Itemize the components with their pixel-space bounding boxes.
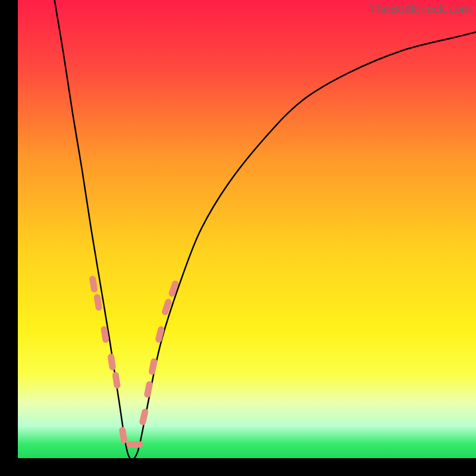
gradient-background <box>18 0 476 458</box>
bottleneck-chart <box>18 0 476 458</box>
watermark-text: TheBottleneck.com <box>369 2 471 16</box>
chart-frame <box>18 0 476 458</box>
highlighted-point <box>126 441 143 447</box>
